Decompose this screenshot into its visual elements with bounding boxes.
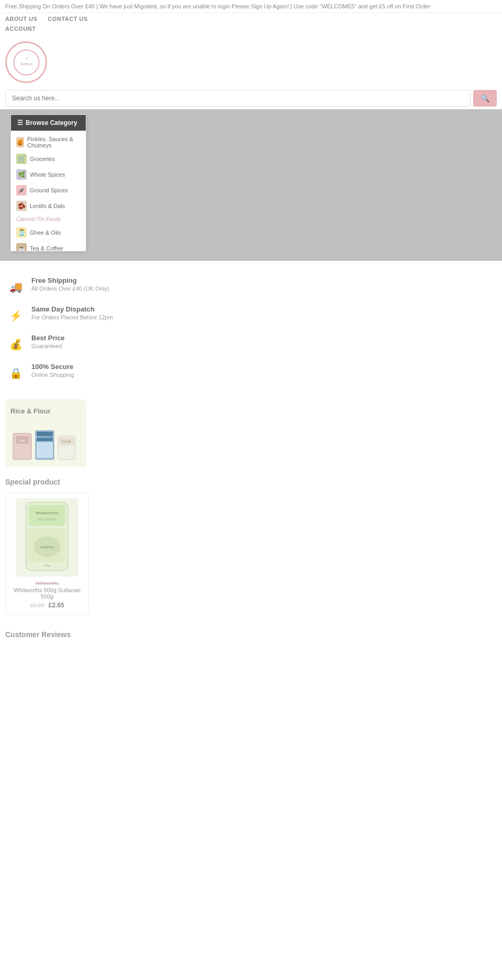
truck-icon: 🚚	[5, 276, 26, 297]
rice-flour-title: Rice & Flour	[10, 407, 51, 415]
svg-text:SHARWOOD'S: SHARWOOD'S	[36, 435, 54, 439]
tea-icon: ☕	[16, 243, 27, 251]
category-ghee[interactable]: 🫙 Ghee & Oils	[11, 225, 86, 240]
category-label: Tea & Coffee	[30, 245, 63, 251]
feature-subtitle: Online Shopping	[31, 372, 74, 378]
lentils-icon: 🫘	[16, 201, 27, 211]
feature-subtitle: All Orders Over £40 (UK Only)	[31, 285, 109, 292]
canned-section-label: Canned /Tin Foods	[11, 214, 86, 225]
product-image-area: Whitworths SULTANAS sultanas 500g	[16, 498, 78, 577]
category-cards-section: Rice & Flour Tilda SHARWOOD'S FLOUR	[0, 394, 502, 472]
product-prices: £5.99 £2.65	[30, 602, 64, 609]
best-price-text: Best Price Guaranteed	[31, 334, 65, 349]
price-icon: 💰	[5, 334, 26, 355]
product-name: Whitworths 500g Sultanas 500g	[11, 587, 83, 599]
browse-dropdown: ☰ Browse Category 🍯 Pickles, Sauces & Ch…	[10, 114, 86, 251]
lock-icon: 🔒	[5, 363, 26, 384]
whole-spices-icon: 🌿	[16, 169, 27, 180]
search-icon: 🔍	[481, 94, 489, 102]
category-label: Groceries	[30, 156, 55, 162]
announcement-bar: Free Shipping On Orders Over £40 | We ha…	[0, 0, 502, 13]
svg-text:SULTANAS: SULTANAS	[38, 517, 56, 521]
groceries-icon: 🛒	[16, 154, 27, 164]
logo[interactable]: ✈ Sareas	[5, 41, 47, 83]
category-label: Ghee & Oils	[30, 229, 61, 236]
rice-flour-image: Tilda SHARWOOD'S FLOUR	[10, 420, 78, 462]
browse-header: ☰ Browse Category	[11, 115, 86, 131]
rice-flour-card[interactable]: Rice & Flour Tilda SHARWOOD'S FLOUR	[5, 399, 86, 467]
svg-text:Tilda: Tilda	[19, 439, 25, 442]
browse-section: ☰ Browse Category 🍯 Pickles, Sauces & Ch…	[0, 109, 502, 261]
category-lentils[interactable]: 🫘 Lentils & Dals	[11, 198, 86, 214]
feature-secure: 🔒 100% Secure Online Shopping	[5, 363, 497, 384]
category-list: 🍯 Pickles, Sauces & Chutneys 🛒 Groceries…	[11, 131, 86, 251]
announcement-text: Free Shipping On Orders Over £40 | We ha…	[5, 3, 430, 9]
contact-us-link[interactable]: CONTACT US	[48, 16, 87, 22]
menu-icon: ☰	[17, 119, 23, 126]
feature-title: Free Shipping	[31, 276, 109, 284]
category-label: Ground Spices	[30, 187, 68, 193]
svg-text:Whitworths: Whitworths	[36, 511, 59, 515]
svg-rect-9	[37, 442, 53, 458]
feature-best-price: 💰 Best Price Guaranteed	[5, 334, 497, 355]
svg-text:Sareas: Sareas	[20, 61, 33, 66]
product-image-svg: Whitworths SULTANAS sultanas 500g	[18, 500, 76, 575]
category-pickles[interactable]: 🍯 Pickles, Sauces & Chutneys	[11, 133, 86, 151]
special-product-title: Special product	[5, 478, 497, 486]
feature-title: 100% Secure	[31, 363, 74, 371]
pickles-icon: 🍯	[16, 137, 24, 147]
free-shipping-text: Free Shipping All Orders Over £40 (UK On…	[31, 276, 109, 292]
browse-title: Browse Category	[26, 119, 77, 126]
category-ground-spices[interactable]: 🌶 Ground Spices	[11, 182, 86, 198]
search-area: 🔍	[0, 86, 502, 109]
feature-same-day: ⚡ Same Day Dispatch For Orders Placed Be…	[5, 305, 497, 326]
category-label: Whole Spices	[30, 171, 65, 178]
product-badge: Whitworths	[36, 581, 59, 586]
search-button[interactable]: 🔍	[473, 90, 497, 107]
same-day-text: Same Day Dispatch For Orders Placed Befo…	[31, 305, 113, 320]
dispatch-icon: ⚡	[5, 305, 26, 326]
reviews-section: Customer Reviews	[0, 625, 502, 644]
account-label: ACCOUNT	[5, 26, 36, 32]
special-product-section: Special product Whitworths SULTANAS sult…	[0, 472, 502, 620]
rice-flour-svg: Tilda SHARWOOD'S FLOUR	[10, 420, 78, 462]
product-badge-text: Whitworths	[36, 581, 59, 586]
feature-free-shipping: 🚚 Free Shipping All Orders Over £40 (UK …	[5, 276, 497, 297]
category-groceries[interactable]: 🛒 Groceries	[11, 151, 86, 167]
top-nav: ABOUT US CONTACT US	[0, 13, 502, 25]
about-us-link[interactable]: ABOUT US	[5, 16, 37, 22]
category-label: Lentils & Dals	[30, 203, 65, 209]
svg-text:FLOUR: FLOUR	[62, 440, 71, 443]
price-new: £2.65	[49, 602, 64, 609]
logo-text: ✈ Sareas	[10, 47, 42, 78]
feature-title: Best Price	[31, 334, 65, 342]
feature-title: Same Day Dispatch	[31, 305, 113, 313]
svg-rect-14	[29, 505, 65, 526]
logo-area: ✈ Sareas	[0, 36, 502, 86]
search-input[interactable]	[5, 90, 471, 107]
product-card[interactable]: Whitworths SULTANAS sultanas 500g Whitwo…	[5, 492, 89, 615]
reviews-title: Customer Reviews	[5, 630, 497, 639]
ghee-icon: 🫙	[16, 227, 27, 238]
account-bar[interactable]: ACCOUNT	[0, 25, 502, 36]
price-old: £5.99	[30, 602, 44, 608]
svg-text:500g: 500g	[43, 564, 50, 567]
category-label: Pickles, Sauces & Chutneys	[27, 136, 81, 148]
features-section: 🚚 Free Shipping All Orders Over £40 (UK …	[0, 266, 502, 394]
ground-spices-icon: 🌶	[16, 185, 27, 195]
category-whole-spices[interactable]: 🌿 Whole Spices	[11, 167, 86, 182]
svg-text:sultanas: sultanas	[40, 545, 54, 549]
svg-text:✈: ✈	[25, 57, 28, 60]
category-tea-coffee[interactable]: ☕ Tea & Coffee	[11, 240, 86, 251]
secure-text: 100% Secure Online Shopping	[31, 363, 74, 378]
feature-subtitle: For Orders Placed Before 12pm	[31, 314, 113, 320]
feature-subtitle: Guaranteed	[31, 343, 65, 349]
